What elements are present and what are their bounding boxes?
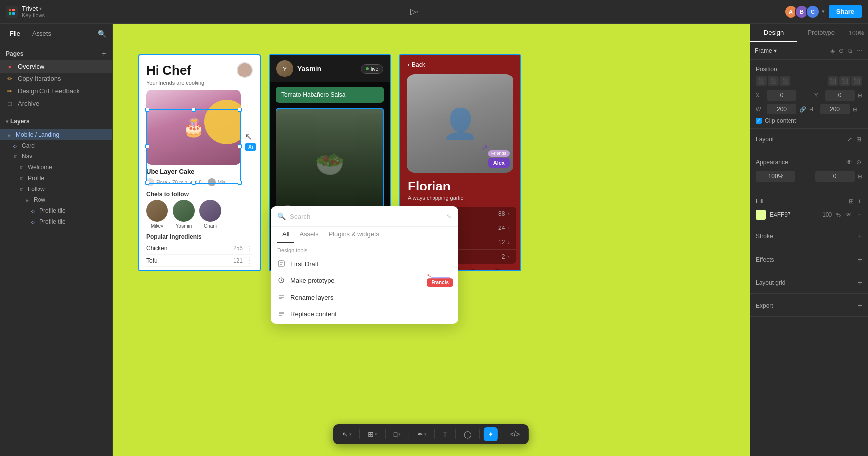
page-design-crit[interactable]: ✏ Design Crit Feedback <box>0 85 112 97</box>
align-right[interactable]: ⬛ <box>780 76 790 86</box>
ingredient-tofu[interactable]: Tofu 121 ⋮ <box>146 255 253 267</box>
handle-bm[interactable] <box>192 181 196 185</box>
fill-mode-icon[interactable]: ◈ <box>829 46 836 55</box>
h-input[interactable] <box>820 104 850 114</box>
chef-charli[interactable]: Charli <box>199 200 221 228</box>
w-input[interactable] <box>767 104 796 114</box>
ctx-item-first-draft[interactable]: First Draft <box>271 255 458 272</box>
file-tab[interactable]: File <box>6 28 24 39</box>
clip-checkbox[interactable]: ✓ <box>756 118 762 124</box>
code-tool[interactable]: </> <box>506 427 524 441</box>
back-button[interactable]: ‹ Back <box>400 55 520 74</box>
fill-section: Fill ⊞ + E4FF97 100 % 👁 − <box>750 189 868 224</box>
align-middle[interactable]: ⬛ <box>839 76 850 86</box>
add-page-button[interactable]: + <box>102 49 106 58</box>
align-left[interactable]: ⬛ <box>756 76 767 86</box>
fill-color-swatch[interactable] <box>756 210 766 220</box>
fill-visibility-icon[interactable]: 👁 <box>845 210 853 219</box>
page-archive[interactable]: □ Archive <box>0 97 112 110</box>
icon-profile[interactable]: 👤 <box>490 269 505 271</box>
radius-input[interactable] <box>815 171 855 182</box>
layer-nav[interactable]: # Nav <box>0 151 112 162</box>
pen-tool[interactable]: ✒ ▾ <box>413 427 431 441</box>
copy-icon[interactable]: ⧉ <box>847 46 853 55</box>
clip-mode-icon[interactable]: ⊙ <box>838 46 845 55</box>
add-grid-button[interactable]: + <box>858 278 862 287</box>
frame-hi-chef[interactable]: Hi Chef Your friends are cooking 🎂 Ube L… <box>138 54 261 271</box>
expand-icon[interactable]: ⤡ <box>446 213 451 220</box>
layer-profile-tile-2[interactable]: ◇ Profile tile <box>0 216 112 227</box>
chef-name: Mikey <box>151 223 163 228</box>
layout-resize-icon[interactable]: ⤢ <box>846 135 853 144</box>
layer-follow[interactable]: # Follow <box>0 184 112 194</box>
ingredient-cucumber[interactable]: Cucumber 64 ⋮ <box>146 267 253 271</box>
select-tool[interactable]: ↖ ▾ <box>338 427 355 441</box>
handle-br[interactable] <box>238 181 242 185</box>
more-icon[interactable]: ⋯ <box>855 46 863 55</box>
wh-constraint[interactable]: ⊞ <box>853 106 857 113</box>
play-button[interactable]: ▷ ▾ <box>406 5 423 18</box>
align-center-h[interactable]: ⬛ <box>768 76 779 86</box>
project-title[interactable]: Trivet ▾ <box>22 5 45 12</box>
handle-tm[interactable] <box>192 108 196 112</box>
design-tab[interactable]: Design <box>750 24 797 42</box>
prototype-tab[interactable]: Prototype <box>797 24 845 42</box>
component-tool[interactable]: ✦ <box>484 427 498 441</box>
align-bottom[interactable]: ⬛ <box>851 76 862 86</box>
lock-ratio[interactable]: 🔗 <box>799 106 806 113</box>
layer-profile[interactable]: # Profile <box>0 173 112 184</box>
y-input[interactable] <box>825 90 855 101</box>
chef-yasmin[interactable]: Yasmin <box>173 200 195 228</box>
ctx-item-replace-content[interactable]: Replace content <box>271 305 458 324</box>
handle-bl[interactable] <box>145 181 149 185</box>
handle-ml[interactable] <box>145 144 149 148</box>
remove-fill-button[interactable]: − <box>857 210 862 219</box>
layout-auto-icon[interactable]: ⊞ <box>855 135 862 144</box>
add-export-button[interactable]: + <box>858 302 862 310</box>
ctx-item-make-prototype[interactable]: Make prototype AI beta ↖ Francis <box>271 272 458 289</box>
add-effect-button[interactable]: + <box>858 255 862 264</box>
share-button[interactable]: Share <box>829 5 862 18</box>
add-stroke-button[interactable]: + <box>858 232 862 241</box>
ctx-tab-assets[interactable]: Assets <box>294 227 323 243</box>
rect-tool[interactable]: □ ▾ <box>390 427 405 441</box>
comment-tool[interactable]: ◯ <box>460 427 475 441</box>
search-input[interactable] <box>290 213 442 220</box>
align-top[interactable]: ⬛ <box>828 76 838 86</box>
x-input[interactable] <box>767 90 796 101</box>
layers-section: ▾ Layers # Mobile / Landing ◇ Card # Nav… <box>0 114 112 456</box>
opacity-input[interactable] <box>756 171 795 182</box>
search-button[interactable]: 🔍 <box>98 30 106 38</box>
radius-constraint[interactable]: ⊞ <box>858 173 862 180</box>
frame-tool[interactable]: ⊞ ▾ <box>364 427 381 441</box>
hi-chef-header: Hi Chef <box>139 55 260 80</box>
ctx-item-rename-layers[interactable]: Rename layers <box>271 289 458 305</box>
layer-welcome[interactable]: # Welcome <box>0 162 112 173</box>
fill-grid-icon[interactable]: ⊞ <box>848 197 855 206</box>
icon-play[interactable]: ▶ <box>465 269 480 271</box>
layer-mobile-landing[interactable]: # Mobile / Landing <box>0 129 112 140</box>
fill-opacity[interactable]: 100 <box>814 211 832 218</box>
page-copy-iterations[interactable]: ✏ Copy Iterations <box>0 73 112 85</box>
position-constraint[interactable]: ⊞ <box>858 92 862 99</box>
fill-hex[interactable]: E4FF97 <box>770 211 810 218</box>
handle-tr[interactable] <box>238 108 242 112</box>
frame-label[interactable]: Frame ▾ <box>755 47 777 54</box>
ctx-tab-plugins[interactable]: Plugins & widgets <box>323 227 384 243</box>
text-tool[interactable]: T <box>439 427 451 441</box>
blend-icon[interactable]: ⊙ <box>855 158 862 167</box>
ctx-tab-all[interactable]: All <box>277 227 294 243</box>
handle-mr[interactable] <box>238 144 242 148</box>
visibility-icon[interactable]: 👁 <box>845 158 853 167</box>
page-overview[interactable]: ● Overview <box>0 60 112 73</box>
layer-row[interactable]: # Row <box>0 194 112 205</box>
layer-card[interactable]: ◇ Card <box>0 140 112 151</box>
chef-mikey[interactable]: Mikey <box>146 200 168 228</box>
add-fill-button[interactable]: + <box>857 197 862 206</box>
handle-tl[interactable] <box>145 108 149 112</box>
layer-profile-tile-1[interactable]: ◇ Profile tile <box>0 205 112 216</box>
figma-logo-icon[interactable] <box>6 6 18 18</box>
canvas[interactable]: ↖ Xi Hi Chef Your friends are cooking <box>113 24 750 456</box>
assets-tab[interactable]: Assets <box>28 28 55 39</box>
ingredient-chicken[interactable]: Chicken 256 ⋮ <box>146 242 253 255</box>
